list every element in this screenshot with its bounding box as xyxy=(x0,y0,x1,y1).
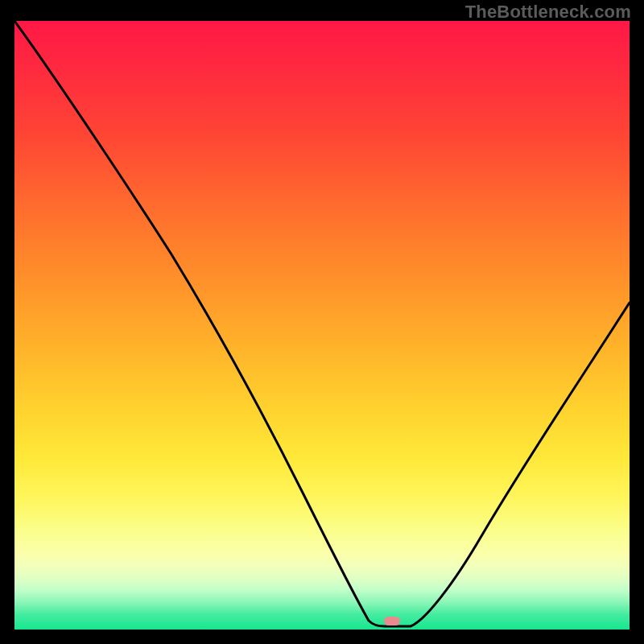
plot-area xyxy=(14,21,630,630)
bottleneck-curve xyxy=(14,21,630,630)
bottleneck-marker xyxy=(384,617,400,625)
curve-path xyxy=(14,21,630,626)
watermark-text: TheBottleneck.com xyxy=(465,2,631,23)
chart-frame: TheBottleneck.com xyxy=(0,0,644,644)
